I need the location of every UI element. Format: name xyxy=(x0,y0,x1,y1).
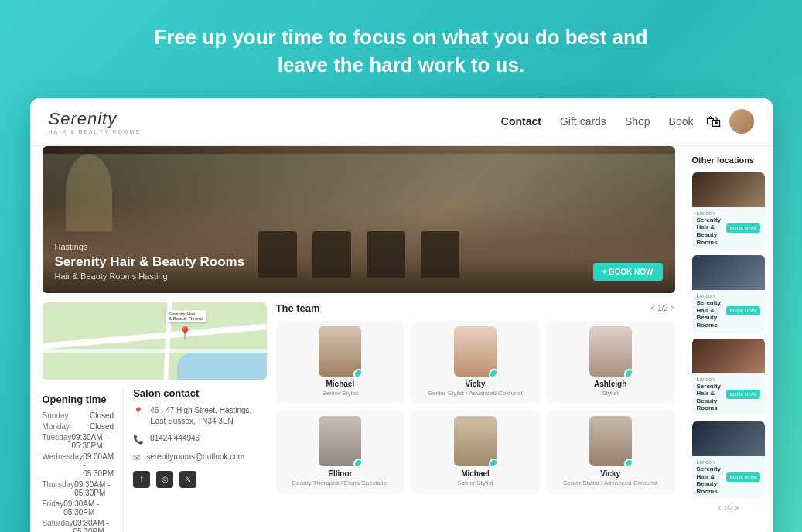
avatar-image xyxy=(454,326,497,377)
team-avatar xyxy=(589,326,632,377)
team-card[interactable]: Michael Senior Stylist xyxy=(276,320,405,404)
headline-line1: Free up your time to focus on what you d… xyxy=(154,26,648,49)
right-sidebar: Other locations London Serenity Hair & B… xyxy=(688,146,773,532)
hero-text: Hastings Serenity Hair & Beauty Rooms Ha… xyxy=(55,242,245,281)
contact-section: Salon contact 📍 46 - 47 High Street, Has… xyxy=(123,387,266,532)
time-row: Tuesday09:30AM - 05:30PM xyxy=(43,433,114,450)
day-label: Tuesday xyxy=(43,433,72,450)
other-locations-title: Other locations xyxy=(692,155,765,165)
day-label: Wednesday xyxy=(43,452,84,478)
location-city: London xyxy=(697,377,726,382)
location-text: London Serenity Hair & Beauty Rooms xyxy=(697,377,726,412)
map-label: Serenity Hair& Beauty Rooms xyxy=(166,310,206,322)
hero-image: Hastings Serenity Hair & Beauty Rooms Ha… xyxy=(43,146,675,293)
location-image xyxy=(692,172,765,207)
location-name: Serenity Hair & Beauty Rooms xyxy=(697,383,726,412)
time-value: Closed xyxy=(90,411,114,420)
time-row: Friday09:30AM - 05:30PM xyxy=(43,500,114,517)
team-avatar xyxy=(319,416,361,466)
contact-address: 📍 46 - 47 High Street, Hastings, East Su… xyxy=(133,405,266,427)
user-avatar[interactable] xyxy=(729,109,754,134)
team-title: The team xyxy=(276,302,320,314)
headline: Free up your time to focus on what you d… xyxy=(154,23,648,80)
avatar-image xyxy=(589,416,632,466)
time-row: Saturday09:30AM - 05:30PM xyxy=(43,519,114,532)
map-container[interactable]: 📍 Serenity Hair& Beauty Rooms xyxy=(43,302,267,380)
nav-contact[interactable]: Contact xyxy=(501,115,541,128)
team-member-name: Ellinor xyxy=(282,469,399,478)
team-card[interactable]: Michael Senior Stylist xyxy=(411,410,540,493)
location-book-button[interactable]: BOOK NOW xyxy=(726,306,760,315)
nav-gift-cards[interactable]: Gift cards xyxy=(560,115,606,128)
team-badge xyxy=(353,459,361,466)
team-badge xyxy=(489,459,497,466)
team-avatar xyxy=(454,326,497,377)
time-row: Wednesday09:00AM - 05:30PM xyxy=(43,452,114,478)
location-cards: London Serenity Hair & Beauty Rooms BOOK… xyxy=(692,172,765,499)
time-value: 09:30AM - 05:30PM xyxy=(74,480,114,497)
location-card[interactable]: London Serenity Hair & Beauty Rooms BOOK… xyxy=(692,421,765,498)
left-content: Hastings Serenity Hair & Beauty Rooms Ha… xyxy=(30,146,688,532)
day-label: Monday xyxy=(43,422,70,431)
team-member-role: Senior Stylist / Advanced Colourist xyxy=(417,390,534,397)
headline-line2: leave the hard work to us. xyxy=(278,53,524,77)
team-member-name: Ashleigh xyxy=(552,380,669,388)
chair-3 xyxy=(367,231,405,278)
info-row: Opening time SundayClosedMondayClosedTue… xyxy=(43,387,267,532)
team-badge xyxy=(624,369,632,377)
location-text: London Serenity Hair & Beauty Rooms xyxy=(697,210,726,246)
team-header: The team < 1/2 > xyxy=(276,302,675,314)
cart-icon[interactable]: 🛍 xyxy=(706,113,722,131)
team-avatar xyxy=(319,326,361,377)
location-card[interactable]: London Serenity Hair & Beauty Rooms BOOK… xyxy=(692,255,765,332)
team-avatar xyxy=(454,416,497,466)
main-content: Hastings Serenity Hair & Beauty Rooms Ha… xyxy=(30,146,773,532)
team-card[interactable]: Ellinor Beauty Therapist / Elena Special… xyxy=(276,410,405,493)
avatar-image xyxy=(454,416,497,466)
time-row: SundayClosed xyxy=(43,411,114,420)
location-image xyxy=(692,255,765,290)
nav-shop[interactable]: Shop xyxy=(625,115,650,128)
location-text: London Serenity Hair & Beauty Rooms xyxy=(697,459,726,495)
team-card[interactable]: Ashleigh Stylist xyxy=(546,320,675,404)
location-image xyxy=(692,339,765,373)
location-city: London xyxy=(697,293,726,298)
location-info: London Serenity Hair & Beauty Rooms BOOK… xyxy=(692,456,765,498)
team-card[interactable]: Vicky Senior Stylist / Advanced Colouris… xyxy=(546,410,675,493)
bottom-section: 📍 Serenity Hair& Beauty Rooms Opening ti… xyxy=(43,302,675,532)
team-member-role: Senior Stylist xyxy=(417,479,534,487)
time-rows: SundayClosedMondayClosedTuesday09:30AM -… xyxy=(43,411,114,532)
nav-book[interactable]: Book xyxy=(669,115,694,128)
facebook-icon[interactable]: f xyxy=(133,471,150,488)
twitter-icon[interactable]: 𝕏 xyxy=(179,471,196,488)
contact-email: ✉ serenityrooms@outlook.com xyxy=(133,452,266,464)
day-label: Friday xyxy=(43,500,64,517)
chair-2 xyxy=(312,231,351,278)
chair-1 xyxy=(258,231,297,278)
logo-name: Serenity xyxy=(49,109,142,129)
location-card[interactable]: London Serenity Hair & Beauty Rooms BOOK… xyxy=(692,172,765,249)
logo-subtitle: HAIR & BEAUTY ROOMS xyxy=(49,129,142,135)
location-book-button[interactable]: BOOK NOW xyxy=(726,472,760,482)
nav-icons: 🛍 xyxy=(706,109,754,134)
location-book-button[interactable]: BOOK NOW xyxy=(726,390,760,399)
instagram-icon[interactable]: ◎ xyxy=(156,471,173,488)
book-now-button[interactable]: + BOOK NOW xyxy=(593,263,663,281)
location-book-button[interactable]: BOOK NOW xyxy=(726,223,760,233)
team-pagination[interactable]: < 1/2 > xyxy=(650,304,674,312)
day-label: Saturday xyxy=(43,519,73,532)
hero-title: Serenity Hair & Beauty Rooms xyxy=(55,254,245,270)
team-badge xyxy=(353,369,361,377)
location-card[interactable]: London Serenity Hair & Beauty Rooms BOOK… xyxy=(692,339,765,415)
team-member-name: Vicky xyxy=(417,380,534,388)
time-value: 09:00AM - 05:30PM xyxy=(83,452,114,478)
team-card[interactable]: Vicky Senior Stylist / Advanced Colouris… xyxy=(411,320,540,404)
time-value: 09:30AM - 05:30PM xyxy=(71,433,114,450)
avatar-image xyxy=(589,326,632,377)
navbar: Serenity HAIR & BEAUTY ROOMS Contact Gif… xyxy=(30,98,773,146)
team-grid: Michael Senior Stylist Vicky Senior Styl… xyxy=(276,320,675,494)
sidebar-pagination[interactable]: < 1/2 > xyxy=(692,504,765,512)
location-icon: 📍 xyxy=(133,406,144,418)
team-section: The team < 1/2 > Michael Senior Stylist … xyxy=(276,302,675,532)
social-icons: f ◎ 𝕏 xyxy=(133,471,266,488)
